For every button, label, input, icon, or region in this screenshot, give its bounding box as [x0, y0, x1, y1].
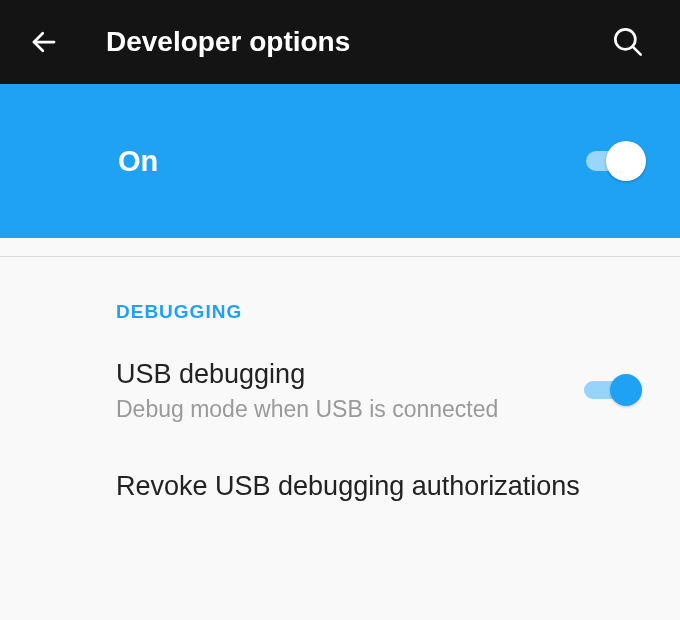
back-button[interactable] — [28, 26, 60, 58]
setting-usb-debugging[interactable]: USB debugging Debug mode when USB is con… — [0, 323, 680, 423]
developer-options-master[interactable]: On — [0, 84, 680, 238]
master-toggle[interactable] — [586, 141, 642, 181]
setting-text: Revoke USB debugging authorizations — [116, 469, 642, 504]
setting-text: USB debugging Debug mode when USB is con… — [116, 357, 564, 423]
setting-revoke-auth[interactable]: Revoke USB debugging authorizations — [0, 423, 680, 504]
setting-subtitle: Debug mode when USB is connected — [116, 396, 564, 423]
setting-title: Revoke USB debugging authorizations — [116, 469, 642, 504]
app-header: Developer options — [0, 0, 680, 84]
back-arrow-icon — [29, 27, 59, 57]
setting-title: USB debugging — [116, 357, 564, 392]
usb-debugging-toggle[interactable] — [584, 374, 642, 406]
toggle-thumb — [610, 374, 642, 406]
svg-line-2 — [633, 47, 641, 55]
section-header-debugging: DEBUGGING — [0, 257, 680, 323]
search-icon — [612, 26, 644, 58]
page-title: Developer options — [106, 26, 608, 58]
search-button[interactable] — [608, 22, 648, 62]
toggle-thumb — [606, 141, 646, 181]
master-status-label: On — [118, 145, 586, 178]
